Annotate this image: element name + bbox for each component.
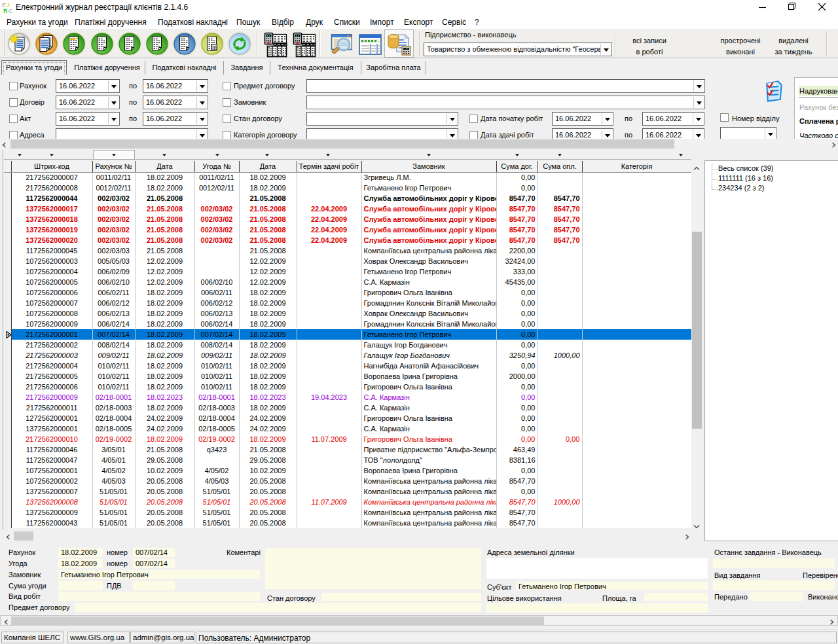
svg-text:R: R — [3, 8, 8, 14]
svg-text:C: C — [9, 8, 13, 14]
